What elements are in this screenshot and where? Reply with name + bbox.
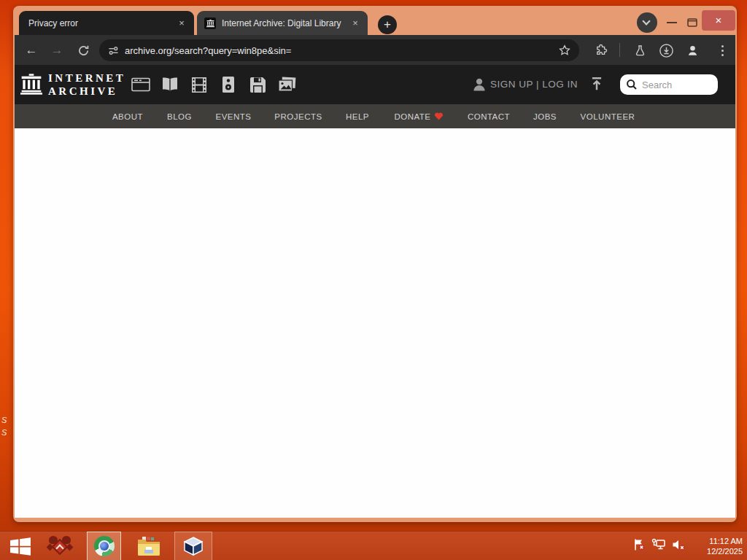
archive-building-icon [20,71,42,97]
audio-icon[interactable] [219,76,238,93]
browser-window: Privacy error × Internet Archive: Digita… [13,6,737,522]
browser-menu-button[interactable] [715,42,729,58]
clock-time: 11:12 AM [690,536,743,546]
download-icon [659,43,674,58]
download-button[interactable] [658,42,674,58]
user-icon [471,76,487,96]
virtualbox-taskbar-button[interactable] [174,532,212,560]
page-content [15,128,735,518]
taskbar: 11:12 AM 12/2/2025 [0,531,747,560]
windows-logo-icon [10,537,31,556]
desktop: S S Privacy error × Internet Archive: Di… [0,0,747,560]
tab-internet-archive[interactable]: Internet Archive: Digital Library × [197,11,368,35]
browser-toolbar: ← → archive.org/search?query=win8pe&sin= [15,35,735,65]
minimize-button[interactable] [667,22,677,23]
close-window-button[interactable]: × [702,10,735,31]
archive-header: INTERNET ARCHIVE [15,65,735,104]
nav-donate[interactable]: DONATE [394,112,443,121]
address-bar[interactable]: archive.org/search?query=win8pe&sin= [99,39,579,61]
puzzle-icon [595,44,608,57]
tab-close-icon[interactable]: × [175,17,188,30]
tab-privacy-error[interactable]: Privacy error × [19,11,194,35]
clock-date: 12/2/2025 [690,546,743,556]
profile-button[interactable] [684,42,700,58]
tab-title: Privacy error [28,18,172,28]
archive-wordmark[interactable]: INTERNET ARCHIVE [48,71,125,98]
media-type-icons [131,76,296,93]
archive-logo[interactable] [20,71,42,100]
action-center-alert-icon[interactable] [632,538,646,554]
tab-close-icon[interactable]: × [349,17,362,30]
nav-contact[interactable]: CONTACT [468,112,510,121]
nav-volunteer[interactable]: VOLUNTEER [581,112,635,121]
extensions-button[interactable] [593,42,609,58]
start-button[interactable] [6,532,35,560]
signup-login-link[interactable]: SIGN UP | LOG IN [490,79,578,90]
video-icon[interactable] [190,76,209,93]
system-tray [632,532,686,560]
desktop-icon-label-fragment: S [1,428,7,437]
taskbar-clock[interactable]: 11:12 AM 12/2/2025 [690,536,743,556]
restore-icon [687,18,697,27]
tab-title: Internet Archive: Digital Library [222,18,346,28]
url-text: archive.org/search?query=win8pe&sin= [125,45,559,56]
tab-strip: Privacy error × Internet Archive: Digita… [13,6,737,35]
site-settings-icon[interactable] [108,45,119,56]
archive-nav: ABOUT BLOG EVENTS PROJECTS HELP DONATE C… [15,104,735,128]
flask-icon [634,44,646,57]
nav-help[interactable]: HELP [346,112,369,121]
nav-projects[interactable]: PROJECTS [274,112,322,121]
back-button[interactable]: ← [22,41,41,60]
archive-favicon-icon [204,18,216,29]
labs-button[interactable] [632,42,648,58]
browser-icon [94,536,115,556]
browser-taskbar-button[interactable] [87,532,121,560]
network-status-icon[interactable] [651,538,666,554]
nav-events[interactable]: EVENTS [215,112,251,121]
volume-muted-icon[interactable] [672,538,686,554]
browser-chrome: ← → archive.org/search?query=win8pe&sin= [15,35,735,518]
reload-icon [77,44,90,57]
desktop-icon-label-fragment: S [1,416,7,424]
nav-jobs[interactable]: JOBS [533,112,557,121]
forward-button[interactable]: → [47,41,66,60]
toolbar-divider [619,43,620,57]
new-tab-button[interactable]: + [378,15,397,34]
search-icon [626,79,638,90]
texts-icon[interactable] [160,76,179,93]
file-explorer-taskbar-button[interactable] [133,532,165,560]
software-icon[interactable] [248,76,267,93]
upload-icon [589,76,604,92]
restore-button[interactable] [687,17,697,26]
red-app-taskbar-button[interactable] [45,532,74,560]
virtualbox-icon [183,536,204,556]
web-icon[interactable] [131,76,150,93]
folder-icon [137,537,160,556]
nav-blog[interactable]: BLOG [167,112,192,121]
profile-icon [686,44,700,58]
reload-button[interactable] [75,42,91,58]
bookmark-star-icon[interactable] [559,44,570,56]
nav-about[interactable]: ABOUT [112,112,143,121]
heart-icon [435,112,444,120]
upload-button[interactable] [589,76,604,95]
archive-search-box[interactable] [620,74,718,95]
chevron-down-icon [642,17,650,25]
red-app-icon [47,535,72,557]
images-icon[interactable] [277,76,296,93]
tab-search-button[interactable] [637,12,657,33]
search-input[interactable] [642,79,708,90]
